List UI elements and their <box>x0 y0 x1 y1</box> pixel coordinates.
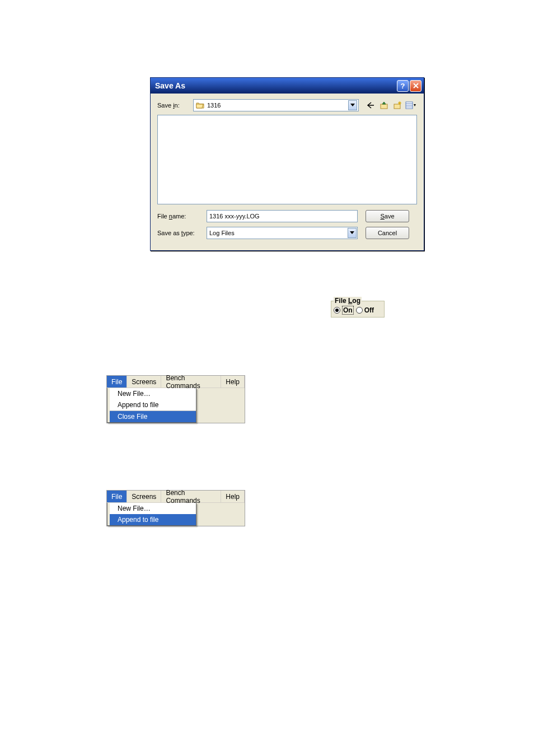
svg-rect-0 <box>381 104 387 109</box>
menu-bar: File Screens Bench Commands Help <box>107 491 245 503</box>
folder-toolbar <box>364 100 417 111</box>
save-as-type-label: Save as type: <box>157 230 207 236</box>
file-menu-dropdown: New File… Append to file <box>107 503 196 526</box>
save-as-type-row: Save as type: Log Files Cancel <box>157 227 417 239</box>
save-as-type-combo[interactable]: Log Files <box>207 227 358 239</box>
file-log-off-radio[interactable]: Off <box>356 306 374 314</box>
menu-bench-commands[interactable]: Bench Commands <box>161 491 221 502</box>
menu-screens[interactable]: Screens <box>127 491 161 502</box>
file-log-group: File Log On Off <box>331 301 385 318</box>
save-in-value: 1316 <box>207 102 346 109</box>
menu-bench-commands[interactable]: Bench Commands <box>161 376 221 388</box>
menu-screenshot-append: File Screens Bench Commands Help New Fil… <box>106 490 245 526</box>
radio-on-label: On <box>342 306 354 315</box>
save-as-type-value: Log Files <box>209 230 348 236</box>
menu-screens[interactable]: Screens <box>127 376 161 388</box>
back-icon[interactable] <box>364 100 377 111</box>
save-in-combo[interactable]: 1316 <box>193 99 359 111</box>
menu-help[interactable]: Help <box>221 376 245 388</box>
views-icon[interactable] <box>405 100 417 111</box>
menu-item-new-file[interactable]: New File… <box>110 503 196 514</box>
up-one-level-icon[interactable] <box>378 100 390 111</box>
save-in-label: Save in: <box>157 102 191 109</box>
file-name-row: File name: 1316 xxx-yyy.LOG Save <box>157 210 417 222</box>
cancel-button[interactable]: Cancel <box>366 227 409 239</box>
file-list-pane[interactable] <box>157 115 417 204</box>
radio-on-icon <box>334 307 340 314</box>
file-log-legend: File Log <box>334 297 362 305</box>
folder-open-icon <box>196 101 205 109</box>
menu-help[interactable]: Help <box>221 491 245 502</box>
save-as-type-dropdown-button[interactable] <box>348 228 357 238</box>
close-button[interactable] <box>410 80 421 92</box>
file-name-label: File name: <box>157 213 207 220</box>
menu-item-new-file[interactable]: New File… <box>110 388 196 399</box>
menu-file[interactable]: File <box>107 376 127 388</box>
help-button[interactable]: ? <box>397 80 409 92</box>
file-name-value: 1316 xxx-yyy.LOG <box>209 213 355 220</box>
radio-off-icon <box>356 307 363 314</box>
menu-screenshot-close-file: File Screens Bench Commands Help New Fil… <box>106 375 245 423</box>
save-button[interactable]: Save <box>366 210 409 222</box>
file-menu-dropdown: New File… Append to file Close File <box>107 388 196 423</box>
menu-file[interactable]: File <box>107 491 127 502</box>
file-name-input[interactable]: 1316 xxx-yyy.LOG <box>207 210 358 222</box>
titlebar[interactable]: Save As ? <box>151 78 424 94</box>
radio-off-label: Off <box>364 306 374 314</box>
save-in-row: Save in: 1316 <box>157 99 417 111</box>
save-as-dialog: Save As ? Save in: 1316 <box>150 77 424 251</box>
menu-bar: File Screens Bench Commands Help <box>107 376 245 388</box>
file-log-on-radio[interactable]: On <box>334 306 354 315</box>
save-in-dropdown-button[interactable] <box>348 100 357 110</box>
window-title: Save As <box>155 81 396 90</box>
menu-item-close-file[interactable]: Close File <box>110 410 196 422</box>
menu-item-append-to-file[interactable]: Append to file <box>110 514 196 525</box>
menu-item-append-to-file[interactable]: Append to file <box>110 399 196 410</box>
new-folder-icon[interactable] <box>391 100 404 111</box>
svg-rect-1 <box>394 104 400 109</box>
